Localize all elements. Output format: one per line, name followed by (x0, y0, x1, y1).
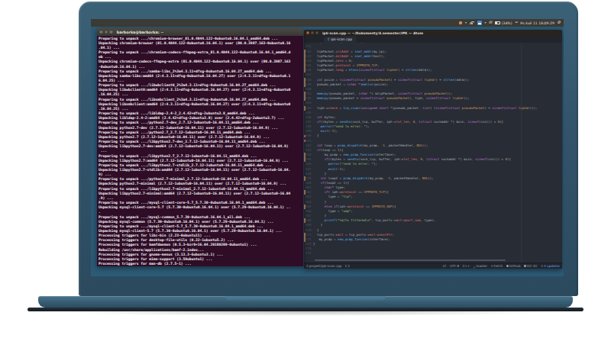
maximize-button[interactable] (315, 31, 318, 34)
github-icon (506, 265, 509, 267)
terminal-line: Preparing to unpack .../chromium-browser… (99, 37, 302, 41)
battery-indicator[interactable]: (34%) (495, 21, 512, 25)
tab-ipk-scan-cpp[interactable]: C ipk-scan.cpp (324, 37, 356, 43)
status-master[interactable]: master (474, 264, 487, 268)
terminal-line: Preparing to unpack .../samba-libs_2%3a4… (99, 69, 302, 74)
code-line: 575 (304, 251, 562, 256)
status-github[interactable]: GitHub (506, 264, 521, 268)
indicator-caret[interactable] (484, 21, 486, 24)
status-git-0-[interactable]: Git (0) (524, 264, 537, 268)
gear-icon (557, 21, 561, 24)
minimize-button[interactable] (311, 31, 314, 34)
code-text: my_pcap = new_pcap_funcion(interface); (313, 237, 390, 242)
wifi-icon (469, 21, 474, 25)
code-lines: 530 tcpPacket.seq = htonl(0);531532 tcpP… (304, 43, 562, 256)
messages-indicator[interactable] (489, 21, 492, 24)
code-editor[interactable]: 530 tcpPacket.seq = htonl(0);531532 tcpP… (304, 43, 562, 263)
laptop-mockup: (34%)Po kvě 11 16:09:29 barborka@barbork… (0, 0, 611, 364)
tab-bar: C ipk-scan.cpp (304, 36, 562, 43)
sync-icon (541, 265, 543, 268)
session-indicator[interactable] (515, 21, 518, 24)
code-line: 544 tcph->check = tcp_csum((unsigned sho… (304, 106, 562, 111)
status-3-updates[interactable]: 3 updates (541, 264, 560, 268)
indicator-caret[interactable] (465, 21, 467, 24)
clock-label: Po kvě 11 16:09:29 (520, 21, 554, 25)
terminal-titlebar[interactable]: barborka@barborka: ~ (97, 28, 303, 36)
status-right: LFUTF-8C++masterFetchGitHubGit (0)3 upda… (443, 264, 560, 268)
status-bar: 2.projekt/ipk-scan.cpp 1:1 LFUTF-8C++mas… (304, 263, 562, 269)
terminal-line: Unpacking samba-libs:amd64 (2:4.3.11+dfs… (99, 74, 302, 79)
horizontal-scrollbar[interactable] (315, 259, 506, 261)
close-button[interactable] (306, 31, 309, 34)
software-update-icon (459, 21, 463, 25)
system-menu[interactable] (557, 21, 561, 24)
terminal-line: Unpacking mysql-common (5.7.30-0ubuntu0.… (99, 220, 302, 224)
keyboard-layout-indicator[interactable] (477, 21, 482, 25)
battery-indicator-label: (34%) (502, 21, 512, 25)
terminal-line: Unpacking libpython2.7:amd64 (2.7.12-1ub… (99, 159, 302, 163)
code-text: tcph->check = tcp_csum((unsigned short *… (313, 106, 537, 111)
mail-icon (489, 21, 492, 24)
status-cursor-position[interactable]: 1:1 (344, 264, 350, 268)
cpp-file-icon: C (328, 37, 330, 41)
laptop-bezel: (34%)Po kvě 11 16:09:29 barborka@barbork… (79, 2, 578, 296)
keyboard-indicator-icon (477, 21, 482, 25)
terminal-line: Unpacking libpython2.7-stdlib:amd64 (2.7… (99, 168, 302, 172)
git-icon (524, 265, 526, 267)
terminal-window: barborka@barborka: ~ Preparing to unpack… (97, 28, 303, 266)
terminal-line: Preparing to unpack .../libsmbclient_2%3… (99, 98, 302, 102)
close-button[interactable] (99, 31, 103, 34)
network-indicator[interactable] (469, 21, 474, 25)
terminal-line: Preparing to unpack .../libpython2.7-min… (99, 187, 302, 192)
status-utf-8[interactable]: UTF-8 (450, 264, 459, 268)
code-text: } (313, 134, 318, 138)
code-text: tcpPacket.seq = htonl(0); (313, 43, 364, 45)
status-fetch[interactable]: Fetch (491, 264, 503, 268)
terminal-line: Unpacking python2.7-dev (2.7.12-1ubuntu0… (99, 126, 302, 130)
terminal-line: Unpacking chromium-browser (81.0.4044.12… (99, 41, 302, 46)
code-text: } (313, 242, 315, 246)
code-text: pseudo_packet = (char *)malloc(psize); (313, 82, 389, 87)
line-number: 575 (306, 251, 313, 256)
status-lf[interactable]: LF (443, 264, 447, 268)
terminal-line: Unpacking chromium-codecs-ffmpeg-extra (… (99, 60, 302, 64)
top-panel: (34%)Po kvě 11 16:09:29 (91, 19, 564, 27)
terminal-line: Processing triggers for man-db (2.7.5-1)… (99, 262, 302, 266)
arrows-icon (515, 21, 518, 24)
code-text: tcpPacket.leng = htons(sizeof(struct tcp… (313, 68, 432, 72)
system-tray: (34%)Po kvě 11 16:09:29 (459, 21, 561, 25)
status-file-path[interactable]: 2.projekt/ipk-scan.cpp (306, 264, 341, 268)
battery-icon (495, 21, 500, 24)
terminal-line: Unpacking mysql-client-core-5.7 (5.7.30-… (99, 205, 302, 210)
caret-down-icon (465, 21, 467, 24)
code-text: memcpy(pseudo_packet + sizeof(struct pse… (313, 96, 470, 101)
laptop-base-notch (225, 296, 386, 301)
minimize-button[interactable] (105, 31, 108, 34)
software-update-indicator[interactable] (459, 21, 463, 25)
branch-icon (474, 265, 475, 268)
laptop-base (38, 296, 573, 308)
terminal-title: barborka@barborka: ~ (117, 31, 164, 34)
editor-title: ipk-scan.cpp — ~/Dokumenty/4.semester/IP… (322, 31, 423, 35)
desktop-screen: (34%)Po kvě 11 16:09:29 barborka@barbork… (91, 19, 564, 276)
caret-down-icon (484, 21, 486, 24)
terminal-line: Preparing to unpack .../chromium-codecs-… (99, 50, 302, 55)
terminal-line: Unpacking libpython2.7-dev:amd64 (2.7.12… (99, 144, 302, 149)
terminal-line: Unpacking libpython2.7-minimal:amd64 (2.… (99, 192, 302, 196)
editor-window: ipk-scan.cpp — ~/Dokumenty/4.semester/IP… (304, 30, 562, 269)
laptop-bottom-edge (27, 308, 584, 312)
editor-titlebar[interactable]: ipk-scan.cpp — ~/Dokumenty/4.semester/IP… (304, 30, 562, 36)
maximize-button[interactable] (109, 31, 113, 34)
code-text: printf("%d/%s filtered\n", tcp_ports->ac… (313, 218, 435, 223)
status-c-[interactable]: C++ (463, 264, 470, 268)
terminal-line: Unpacking libsmbclient:amd64 (2:4.3.11+d… (99, 102, 302, 107)
terminal-output[interactable]: Preparing to unpack .../chromium-browser… (97, 36, 303, 266)
tab-label: ipk-scan.cpp (331, 37, 352, 41)
terminal-line: Unpacking python2.7-minimal (2.7.12-1ubu… (99, 182, 302, 186)
sync-icon (491, 265, 493, 268)
terminal-line: Unpacking libwbclient0:amd64 (2:4.3.11+d… (99, 88, 302, 92)
clock[interactable]: Po kvě 11 16:09:29 (520, 21, 554, 25)
